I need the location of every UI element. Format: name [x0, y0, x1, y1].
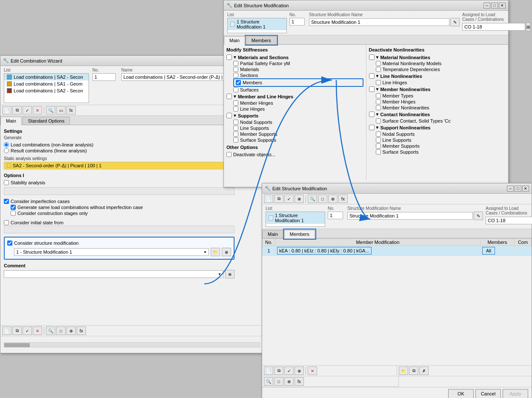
wizard-bottom-check-btn[interactable]: ✓ — [23, 326, 32, 335]
sm2-close-btn[interactable]: ✕ — [522, 186, 529, 192]
sm2-btl-btn2[interactable]: ⧉ — [274, 367, 283, 375]
wizard-radio-rc[interactable] — [4, 148, 9, 153]
sm2-tb-btn8[interactable]: fx — [338, 195, 348, 203]
sm2-ok-btn[interactable]: OK — [448, 389, 474, 398]
wizard-list-item-1[interactable]: Load combinations | SA2 - Secon — [4, 74, 89, 80]
collapse-mat-icon[interactable]: ▼ — [233, 55, 237, 60]
sm2-btr-btn2[interactable]: ⧉ — [409, 367, 418, 375]
sm2-search-fx-btn[interactable]: fx — [295, 377, 304, 386]
wizard-tab-standard[interactable]: Standard Options — [23, 117, 70, 125]
wizard-hscroll-thumb[interactable] — [4, 343, 30, 347]
sm1-surface-contact-cb[interactable] — [376, 118, 381, 123]
sm1-surfaces-cb[interactable] — [233, 87, 238, 92]
sm1-line-nl-cb[interactable] — [369, 73, 375, 79]
wizard-rect-btn[interactable]: ▭ — [56, 106, 66, 115]
wizard-struct-mod-cb[interactable] — [7, 241, 12, 246]
sm2-tb-btn6[interactable]: □ — [318, 195, 327, 203]
sm2-minimize-btn[interactable]: ─ — [507, 186, 514, 192]
sm2-btr-btn1[interactable]: 📁 — [399, 367, 408, 375]
sm2-list-item-1[interactable]: 1 Structure Modification 1 — [266, 212, 325, 224]
sm1-member-types-cb[interactable] — [376, 93, 381, 98]
sm2-cancel-btn[interactable]: Cancel — [475, 389, 501, 398]
sm1-hinges-cb[interactable] — [226, 94, 232, 99]
sm2-table-row-1[interactable]: 1 kEA : 0.80 | kEIz : 0.80 | kEIy : 0.80… — [263, 246, 532, 256]
sm1-deactivate-cb[interactable] — [226, 152, 232, 157]
sm2-tab-members[interactable]: Members — [284, 230, 315, 238]
sm1-close-btn[interactable]: ✕ — [499, 3, 506, 9]
sm1-assigned-input[interactable] — [462, 23, 525, 31]
sm2-tab-main[interactable]: Main — [262, 230, 283, 238]
wizard-struct-mod-new-btn[interactable]: ⊕ — [222, 248, 231, 256]
wizard-search-btn[interactable]: 🔍 — [46, 106, 55, 115]
wizard-comment-dropdown[interactable]: ▼ — [4, 270, 223, 278]
sm2-tb-btn4[interactable]: ⊕ — [295, 195, 304, 203]
sm1-mat-nl-models-cb[interactable] — [376, 61, 381, 66]
sm1-member-supports-cb[interactable] — [233, 132, 238, 137]
sm1-partial-safety-cb[interactable] — [233, 61, 238, 66]
sm1-temp-dep-cb[interactable] — [376, 67, 381, 72]
sm2-edit-btn[interactable]: ✎ — [474, 212, 483, 220]
wizard-bottom-copy-btn[interactable]: ⧉ — [12, 326, 22, 335]
sm1-member-nl-cb[interactable] — [369, 86, 375, 92]
sm2-maximize-btn[interactable]: □ — [515, 186, 521, 192]
wizard-struct-mod-dropdown[interactable]: 1 - Structure Modification 1 ▼ — [14, 248, 209, 256]
sm1-line-hinges-cb[interactable] — [233, 106, 238, 112]
sm1-minimize-btn[interactable]: ─ — [483, 3, 490, 9]
wizard-copy-btn[interactable]: ⧉ — [12, 106, 22, 115]
wizard-hscroll[interactable] — [4, 342, 260, 347]
sm2-search-btn[interactable]: 🔍 — [264, 377, 273, 386]
sm1-materials-cb[interactable] — [233, 67, 238, 72]
wizard-tab-main[interactable]: Main — [0, 117, 22, 125]
sm2-tb-btn5[interactable]: 🔍 — [308, 195, 317, 203]
wizard-stability-cb[interactable] — [4, 180, 9, 185]
wizard-bottom-arrow-btn[interactable]: fx — [77, 326, 86, 335]
sm2-row1-mod-value[interactable]: kEA : 0.80 | kEIz : 0.80 | kEIy : 0.80 |… — [277, 247, 372, 255]
sm1-tab-members[interactable]: Members — [246, 36, 277, 44]
wizard-imperfection-cb[interactable] — [4, 199, 9, 204]
sm2-tb-btn1[interactable]: 📄 — [264, 195, 273, 203]
sm1-surface-supports-nl-cb[interactable] — [376, 149, 381, 155]
sm2-name-input[interactable] — [347, 212, 473, 220]
wizard-sa-value-row[interactable]: SA2 - Second-order (P-Δ) | Picard | 100 … — [4, 162, 235, 169]
sm1-tab-main[interactable]: Main — [224, 36, 245, 45]
sm1-line-supports-nl-cb[interactable] — [376, 137, 381, 143]
sm2-no-input[interactable] — [328, 212, 343, 219]
wizard-connect-btn[interactable]: fx — [66, 106, 76, 115]
sm1-member-supports-nl-cb[interactable] — [376, 143, 381, 149]
sm1-surface-supports-cb[interactable] — [233, 137, 238, 143]
sm2-row1-members-value[interactable]: All — [482, 247, 495, 255]
wizard-construction-cb[interactable] — [11, 211, 16, 216]
sm2-search-connect-btn[interactable]: ⊕ — [284, 377, 294, 386]
wizard-no-input[interactable] — [92, 73, 116, 81]
sm1-mat-nl-cb[interactable] — [369, 54, 375, 60]
sm2-btr-btn3[interactable]: ✗ — [419, 367, 429, 375]
sm1-nodal-supports-nl-cb[interactable] — [376, 132, 381, 137]
sm2-assigned-input[interactable] — [486, 217, 532, 224]
sm1-line-supports-cb[interactable] — [233, 126, 238, 131]
sm1-supports-cb[interactable] — [226, 113, 232, 118]
wizard-x-btn[interactable]: ✕ — [33, 106, 42, 115]
sm1-member-hinges-nl-cb[interactable] — [376, 99, 381, 104]
wizard-check-btn[interactable]: ✓ — [23, 106, 32, 115]
sm1-assigned-btn[interactable]: ⊞ — [526, 23, 530, 31]
wizard-bottom-x-btn[interactable]: ✕ — [33, 326, 42, 335]
wizard-same-lc-cb[interactable] — [11, 205, 16, 210]
sm1-sections-cb[interactable] — [233, 73, 238, 78]
wizard-bottom-rect-btn[interactable]: □ — [56, 326, 66, 335]
wizard-bottom-search-btn[interactable]: 🔍 — [46, 326, 55, 335]
sm2-tb-btn2[interactable]: ⧉ — [274, 195, 283, 203]
collapse-hinges-icon[interactable]: ▼ — [233, 94, 237, 99]
sm2-apply-btn[interactable]: Apply — [503, 389, 528, 398]
wizard-struct-mod-edit-btn[interactable]: 📁 — [211, 248, 220, 256]
collapse-supports-icon[interactable]: ▼ — [233, 113, 237, 118]
wizard-bottom-new-btn[interactable]: 📄 — [2, 326, 11, 335]
sm1-list-item-1[interactable]: 1 Structure Modification 1 — [228, 18, 286, 30]
sm2-btl-btn3[interactable]: ✓ — [284, 367, 294, 375]
sm1-nodal-supports-cb[interactable] — [233, 120, 238, 125]
sm1-name-input[interactable] — [309, 18, 449, 26]
wizard-new-btn[interactable]: 📄 — [2, 106, 11, 115]
sm2-tb-btn7[interactable]: ⊕ — [328, 195, 338, 203]
wizard-radio-lc[interactable] — [4, 142, 9, 147]
sm1-edit-btn[interactable]: ✎ — [450, 18, 460, 26]
wizard-list-item-2[interactable]: Load combinations | SA1 - Geom — [4, 80, 89, 87]
